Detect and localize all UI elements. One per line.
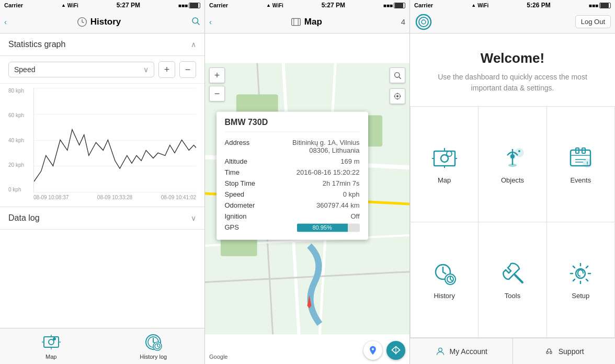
chart-container: 80 kph 60 kph 40 kph 20 kph 0 kph bbox=[0, 84, 204, 202]
support-label: Support bbox=[559, 347, 584, 356]
left-back-button[interactable]: ‹ bbox=[4, 17, 7, 26]
speed-add-button[interactable]: + bbox=[158, 61, 175, 78]
dashboard-grid: Map Objects bbox=[410, 106, 615, 338]
svg-line-75 bbox=[515, 275, 522, 282]
tools-icon bbox=[499, 260, 526, 287]
middle-panel: Carrier ▲ WiFi 5:27 PM ■■■ ‹ Map 4 bbox=[205, 0, 410, 364]
middle-back-button[interactable]: ‹ bbox=[209, 17, 212, 26]
table-row: Speed 0 kph bbox=[225, 189, 360, 200]
svg-point-61 bbox=[518, 150, 520, 152]
svg-text:!: ! bbox=[586, 161, 588, 167]
middle-time: 5:27 PM bbox=[322, 2, 345, 9]
svg-point-48 bbox=[419, 17, 428, 27]
svg-point-60 bbox=[515, 149, 523, 157]
dashboard-objects-label: Objects bbox=[501, 176, 524, 184]
svg-point-77 bbox=[438, 348, 442, 351]
map-nav-icon bbox=[291, 17, 301, 27]
popup-title: BMW 730D bbox=[225, 118, 360, 132]
speed-remove-button[interactable]: − bbox=[179, 61, 196, 78]
gps-bar: 80.95% bbox=[272, 223, 360, 232]
right-bottom-bar: My Account Support bbox=[410, 338, 615, 364]
dashboard-setup[interactable]: Setup bbox=[547, 222, 615, 338]
svg-point-58 bbox=[510, 154, 515, 158]
account-icon bbox=[435, 346, 446, 357]
middle-nav-bar: ‹ Map 4 bbox=[205, 10, 409, 33]
svg-point-40 bbox=[396, 95, 398, 97]
dashboard-history[interactable]: History bbox=[411, 222, 479, 338]
my-account-button[interactable]: My Account bbox=[410, 338, 513, 364]
support-icon bbox=[544, 346, 554, 357]
speed-row: Speed ∨ + − bbox=[0, 56, 204, 84]
speed-chart bbox=[33, 88, 196, 192]
table-row: Address Bitininkų g. 1A, Vilnius 08306, … bbox=[225, 137, 360, 156]
logout-button[interactable]: Log Out bbox=[575, 15, 611, 28]
zoom-in-button[interactable]: + bbox=[209, 67, 225, 83]
statistics-section-header: Statistics graph bbox=[0, 33, 204, 56]
map-bottom-actions bbox=[363, 341, 405, 360]
right-nav-bar: Log Out bbox=[410, 10, 615, 33]
welcome-title: Welcome! bbox=[423, 50, 602, 66]
left-carrier: Carrier bbox=[4, 2, 23, 8]
middle-nav-title: Map bbox=[291, 17, 322, 27]
app-logo bbox=[414, 13, 433, 31]
map-locate-button[interactable] bbox=[390, 88, 405, 104]
left-tab-map-label: Map bbox=[45, 354, 56, 360]
search-map-icon bbox=[393, 71, 402, 79]
dashboard-events[interactable]: ! Events bbox=[547, 107, 615, 222]
history-nav-icon bbox=[77, 17, 87, 27]
svg-line-38 bbox=[399, 77, 401, 79]
svg-rect-78 bbox=[546, 351, 548, 354]
map-search-button[interactable] bbox=[390, 67, 405, 83]
dashboard-map-label: Map bbox=[438, 176, 451, 184]
data-log-title: Data log bbox=[8, 213, 40, 223]
google-maps-button[interactable] bbox=[363, 341, 382, 360]
left-tab-map[interactable]: Map bbox=[0, 328, 102, 364]
map-popup: BMW 730D Address Bitininkų g. 1A, Vilniu… bbox=[217, 111, 368, 240]
table-row: Time 2016-08-16 15:20:22 bbox=[225, 167, 360, 178]
right-carrier: Carrier bbox=[414, 2, 433, 8]
svg-rect-79 bbox=[550, 351, 551, 354]
objects-icon bbox=[499, 145, 526, 171]
setup-icon bbox=[567, 260, 594, 287]
dashboard-setup-label: Setup bbox=[572, 292, 589, 300]
search-icon bbox=[191, 16, 200, 26]
data-log-expand-icon[interactable] bbox=[191, 213, 196, 223]
left-nav-bar: ‹ History bbox=[0, 10, 204, 33]
map-container[interactable]: A14 5210 5210 Riešė Didžioji Riešė + − B… bbox=[205, 33, 409, 364]
svg-point-1 bbox=[192, 18, 198, 24]
support-button[interactable]: Support bbox=[513, 338, 616, 364]
speed-dropdown[interactable]: Speed ∨ bbox=[8, 62, 154, 77]
left-nav-title: History bbox=[77, 17, 121, 27]
right-panel: Carrier ▲ WiFi 5:26 PM ■■■ Log Out Welco… bbox=[410, 0, 615, 364]
svg-point-37 bbox=[395, 73, 400, 77]
dashboard-history-label: History bbox=[434, 292, 454, 300]
dashboard-tools[interactable]: Tools bbox=[479, 222, 546, 338]
table-row: Altitude 169 m bbox=[225, 156, 360, 167]
right-time: 5:26 PM bbox=[527, 2, 550, 9]
chart-x-labels: 08-09 10:08:37 08-09 10:33:28 08-09 10:4… bbox=[33, 195, 196, 200]
welcome-subtitle: Use the dashboard to quickly access the … bbox=[423, 72, 602, 94]
statistics-collapse-icon[interactable] bbox=[191, 40, 196, 49]
left-time: 5:27 PM bbox=[117, 2, 140, 9]
svg-point-4 bbox=[49, 339, 54, 345]
middle-status-bar: Carrier ▲ WiFi 5:27 PM ■■■ bbox=[205, 0, 409, 10]
my-account-label: My Account bbox=[450, 347, 487, 356]
dashboard-events-label: Events bbox=[570, 176, 591, 184]
left-tab-history-log[interactable]: History log bbox=[102, 328, 205, 364]
table-row: Ignition Off bbox=[225, 211, 360, 222]
navigate-button[interactable] bbox=[386, 341, 405, 360]
google-logo: Google bbox=[209, 354, 227, 360]
locate-icon bbox=[393, 92, 402, 100]
dashboard-map[interactable]: Map bbox=[411, 107, 479, 222]
svg-rect-16 bbox=[291, 18, 300, 25]
zoom-out-button[interactable]: − bbox=[209, 86, 225, 101]
left-status-bar: Carrier ▲ WiFi 5:27 PM ■■■ bbox=[0, 0, 204, 10]
popup-table: Address Bitininkų g. 1A, Vilnius 08306, … bbox=[225, 137, 360, 233]
statistics-title: Statistics graph bbox=[8, 40, 65, 49]
map-dash-icon bbox=[431, 145, 458, 171]
svg-point-5 bbox=[53, 337, 56, 340]
data-log-section[interactable]: Data log bbox=[0, 207, 204, 230]
dashboard-objects[interactable]: Objects bbox=[479, 107, 546, 222]
left-tab-history-label: History log bbox=[140, 354, 167, 360]
left-search-button[interactable] bbox=[191, 16, 200, 27]
